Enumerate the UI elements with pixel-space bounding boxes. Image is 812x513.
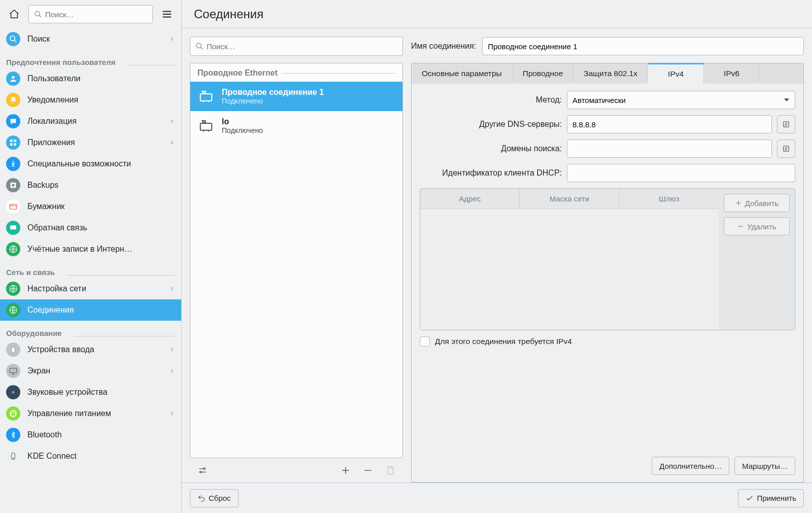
sidebar: Поиск Предпочтения пользователя Пользова… (0, 0, 182, 513)
bell-icon (6, 93, 20, 107)
tab[interactable]: Основные параметры (412, 63, 513, 84)
sidebar-item[interactable]: Учётные записи в Интерн… (0, 238, 181, 260)
domains-input[interactable] (567, 140, 772, 158)
sidebar-item[interactable]: Обратная связь (0, 217, 181, 238)
domains-label: Домены поиска: (420, 144, 562, 153)
remove-connection-button[interactable] (358, 461, 378, 480)
domains-edit-button[interactable] (777, 140, 795, 158)
address-table: АдресМаска сетиШлюз Добавить Удалить (420, 188, 795, 330)
sidebar-item[interactable]: Экран (0, 360, 181, 382)
sidebar-item[interactable]: Устройства ввода (0, 339, 181, 360)
sidebar-item-label: Звуковые устройства (27, 388, 108, 397)
dns-edit-button[interactable] (777, 115, 795, 133)
connection-toolbar (190, 458, 403, 483)
connection-group-title: Проводное Ethernet (197, 69, 278, 78)
connection-item[interactable]: Проводное соединение 1 Подключено (190, 82, 402, 111)
chevron-right-icon (169, 140, 175, 146)
svg-point-25 (13, 458, 13, 458)
sidebar-item[interactable]: Пользователи (0, 68, 181, 89)
connection-search[interactable] (190, 37, 403, 56)
sidebar-item[interactable]: Бумажник (0, 196, 181, 217)
sidebar-item-label: Специальные возможности (27, 159, 131, 168)
dhcp-row: Идентификатор клиента DHCP: (420, 164, 795, 182)
tab[interactable]: IPv4 (648, 63, 704, 84)
dns-row: Другие DNS-серверы: (420, 115, 795, 133)
search-icon (6, 32, 20, 46)
content: Проводное Ethernet Проводное соединение … (182, 28, 812, 483)
tab[interactable]: IPv6 (704, 63, 760, 84)
advanced-button[interactable]: Дополнительно… (652, 457, 729, 475)
globe-icon (6, 282, 20, 296)
tab[interactable]: Защита 802.1x (573, 63, 648, 84)
form-panel: Имя соединения: Основные параметрыПровод… (411, 37, 804, 483)
plus-icon (735, 199, 742, 207)
method-select[interactable]: Автоматически (567, 91, 795, 109)
sidebar-search[interactable] (28, 5, 153, 23)
svg-rect-6 (10, 143, 13, 146)
sidebar-category-title: Сеть и связь (6, 268, 55, 277)
svg-point-14 (13, 227, 14, 228)
address-column-header: Адрес (420, 189, 520, 209)
minus-icon (737, 223, 744, 230)
sidebar-item[interactable]: Локализация (0, 111, 181, 132)
chevron-right-icon (169, 368, 175, 374)
svg-rect-7 (14, 143, 16, 146)
chevron-right-icon (169, 411, 175, 417)
sidebar-item[interactable]: Настройка сети (0, 278, 181, 299)
sidebar-item[interactable]: Соединения (0, 299, 181, 321)
svg-point-15 (14, 227, 15, 228)
globe-icon (6, 303, 20, 317)
reset-button[interactable]: Сброс (190, 489, 239, 507)
sidebar-category: Предпочтения пользователя (0, 50, 181, 68)
sliders-icon (197, 465, 208, 475)
page-title: Соединения (194, 7, 263, 21)
tab[interactable]: Проводное (513, 63, 574, 84)
home-button[interactable] (4, 4, 24, 24)
dhcp-label: Идентификатор клиента DHCP: (420, 168, 562, 178)
svg-point-0 (35, 11, 40, 16)
svg-rect-27 (200, 94, 212, 101)
sidebar-item-label: Backups (27, 181, 58, 190)
sidebar-item[interactable]: KDE Connect (0, 446, 181, 467)
dns-input[interactable] (567, 115, 772, 133)
add-connection-button[interactable] (336, 461, 355, 480)
address-body[interactable] (420, 209, 719, 330)
connection-status: Подключено (222, 97, 324, 105)
address-add-button[interactable]: Добавить (724, 194, 790, 212)
routes-button[interactable]: Маршруты… (734, 457, 795, 475)
svg-rect-4 (10, 140, 13, 142)
users-icon (6, 72, 20, 86)
sidebar-item[interactable]: Уведомления (0, 89, 181, 111)
svg-point-26 (196, 43, 201, 48)
sidebar-item[interactable]: Звуковые устройства (0, 382, 181, 403)
sidebar-item[interactable]: Bluetooth (0, 424, 181, 446)
export-connection-button[interactable] (381, 461, 400, 480)
connection-item[interactable]: lo Подключено (190, 111, 402, 141)
address-column-header: Шлюз (620, 189, 719, 209)
dhcp-input[interactable] (567, 164, 795, 182)
locale-icon (6, 114, 20, 128)
hamburger-button[interactable] (157, 4, 177, 24)
sidebar-item[interactable]: Приложения (0, 132, 181, 153)
access-icon (6, 157, 20, 171)
globe-icon (6, 242, 20, 256)
address-remove-button[interactable]: Удалить (724, 217, 790, 235)
svg-point-22 (12, 391, 14, 393)
connection-name-input[interactable] (482, 37, 804, 55)
sidebar-item-label: KDE Connect (27, 452, 77, 461)
apply-button[interactable]: Применить (738, 489, 804, 507)
connection-search-input[interactable] (207, 42, 397, 51)
sidebar-scroll[interactable]: Поиск Предпочтения пользователя Пользова… (0, 28, 181, 513)
connection-group-header: Проводное Ethernet (190, 63, 402, 82)
search-icon (34, 10, 42, 18)
bottom-bar: Сброс Применить (182, 483, 812, 513)
svg-point-1 (10, 36, 15, 41)
ipv4-required-checkbox[interactable] (420, 336, 430, 347)
configure-button[interactable] (193, 461, 212, 480)
sidebar-item[interactable]: Специальные возможности (0, 153, 181, 175)
sidebar-search-input[interactable] (45, 10, 147, 19)
svg-rect-3 (11, 119, 16, 123)
sidebar-item-search[interactable]: Поиск (0, 28, 181, 50)
sidebar-item[interactable]: Backups (0, 175, 181, 196)
sidebar-item[interactable]: Управление питанием (0, 403, 181, 424)
